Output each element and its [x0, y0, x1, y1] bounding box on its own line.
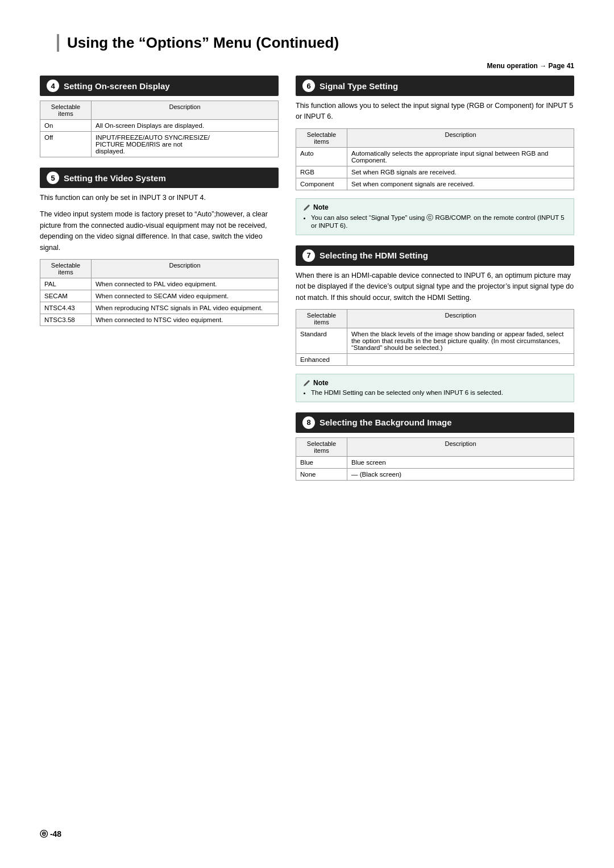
section-8-table: Selectable items Description Blue Blue s…: [296, 437, 574, 481]
section-6-header: 6 Signal Type Setting: [296, 76, 574, 96]
section-6-row1-item: Auto: [296, 147, 347, 166]
section-7-note-item: The HDMI Setting can be selected only wh…: [311, 389, 567, 396]
section-8-row1-item: Blue: [296, 456, 347, 468]
table-row: PAL When connected to PAL video equipmen…: [40, 278, 279, 290]
section-4-title: Setting On-screen Display: [64, 81, 170, 91]
section-7-row2-item: Enhanced: [296, 353, 347, 365]
table-row: None — (Black screen): [296, 468, 574, 480]
section-8-col2: Description: [347, 437, 574, 456]
section-7-col1: Selectable items: [296, 309, 347, 328]
section-6-row3-item: Component: [296, 178, 347, 190]
section-7-num: 7: [302, 249, 315, 262]
section-5: 5 Setting the Video System This function…: [40, 168, 279, 326]
section-8-num: 8: [302, 416, 315, 429]
section-5-title: Setting the Video System: [64, 173, 166, 183]
section-4-row1-item: On: [40, 120, 92, 132]
table-row: NTSC3.58 When connected to NTSC video eq…: [40, 314, 279, 326]
section-5-col2: Description: [92, 259, 279, 278]
table-row: Off INPUT/FREEZE/AUTO SYNC/RESIZE/PICTUR…: [40, 132, 279, 157]
section-8-header: 8 Selecting the Background Image: [296, 412, 574, 433]
section-7: 7 Selecting the HDMI Setting When there …: [296, 245, 574, 402]
section-8-title: Selecting the Background Image: [320, 418, 452, 427]
page-title: Using the “Options” Menu (Continued): [57, 34, 574, 52]
section-5-col1: Selectable items: [40, 259, 92, 278]
two-column-layout: 4 Setting On-screen Display Selectable i…: [40, 76, 574, 491]
table-row: NTSC4.43 When reproducing NTSC signals i…: [40, 302, 279, 314]
section-6: 6 Signal Type Setting This function allo…: [296, 76, 574, 235]
section-5-row2-item: SECAM: [40, 290, 92, 302]
section-6-title: Signal Type Setting: [320, 81, 398, 91]
section-5-row4-desc: When connected to NTSC video equipment.: [92, 314, 279, 326]
section-5-body2: The video input system mode is factory p…: [40, 209, 279, 253]
section-4-row2-item: Off: [40, 132, 92, 157]
section-4-header: 4 Setting On-screen Display: [40, 76, 279, 96]
section-7-row2-desc: [347, 353, 574, 365]
section-4-col1: Selectable items: [40, 101, 92, 120]
page-footer: ⓔ -48: [40, 829, 61, 840]
section-5-body1: This function can only be set in INPUT 3…: [40, 193, 279, 203]
section-4-num: 4: [47, 80, 59, 92]
section-7-col2: Description: [347, 309, 574, 328]
table-row: Standard When the black levels of the im…: [296, 328, 574, 353]
section-7-body: When there is an HDMI-capable device con…: [296, 270, 574, 303]
section-6-row2-desc: Set when RGB signals are received.: [347, 166, 574, 178]
pencil-icon: [303, 203, 311, 211]
table-row: RGB Set when RGB signals are received.: [296, 166, 574, 178]
section-6-row3-desc: Set when component signals are received.: [347, 178, 574, 190]
section-6-row2-item: RGB: [296, 166, 347, 178]
table-row: Blue Blue screen: [296, 456, 574, 468]
section-7-table: Selectable items Description Standard Wh…: [296, 309, 574, 366]
section-5-row1-desc: When connected to PAL video equipment.: [92, 278, 279, 290]
section-6-col2: Description: [347, 128, 574, 147]
section-5-row3-desc: When reproducing NTSC signals in PAL vid…: [92, 302, 279, 314]
section-4: 4 Setting On-screen Display Selectable i…: [40, 76, 279, 157]
section-7-row1-item: Standard: [296, 328, 347, 353]
section-6-num: 6: [302, 80, 315, 92]
right-column: 6 Signal Type Setting This function allo…: [296, 76, 574, 491]
section-7-note-list: The HDMI Setting can be selected only wh…: [303, 389, 567, 396]
page: Using the “Options” Menu (Continued) Men…: [0, 0, 614, 868]
section-7-title: Selecting the HDMI Setting: [320, 251, 428, 260]
section-5-row1-item: PAL: [40, 278, 92, 290]
section-4-table: Selectable items Description On All On-s…: [40, 101, 279, 157]
section-5-num: 5: [47, 172, 59, 184]
section-6-col1: Selectable items: [296, 128, 347, 147]
section-4-col2: Description: [92, 101, 279, 120]
section-4-row1-desc: All On-screen Displays are displayed.: [92, 120, 279, 132]
section-5-row4-item: NTSC3.58: [40, 314, 92, 326]
section-8-row2-item: None: [296, 468, 347, 480]
section-7-note: Note The HDMI Setting can be selected on…: [296, 374, 574, 402]
section-5-table: Selectable items Description PAL When co…: [40, 259, 279, 326]
menu-operation-ref: Menu operation → Page 41: [40, 62, 574, 70]
table-row: Enhanced: [296, 353, 574, 365]
section-6-note-title: Note: [303, 203, 567, 211]
left-column: 4 Setting On-screen Display Selectable i…: [40, 76, 279, 491]
section-6-note: Note You can also select “Signal Type” u…: [296, 198, 574, 235]
section-6-body: This function allows you to select the i…: [296, 101, 574, 123]
section-6-row1-desc: Automatically selects the appropriate in…: [347, 147, 574, 166]
section-5-row2-desc: When connected to SECAM video equipment.: [92, 290, 279, 302]
section-7-header: 7 Selecting the HDMI Setting: [296, 245, 574, 266]
table-row: On All On-screen Displays are displayed.: [40, 120, 279, 132]
section-6-note-list: You can also select “Signal Type” using …: [303, 214, 567, 229]
table-row: Auto Automatically selects the appropria…: [296, 147, 574, 166]
section-7-note-title: Note: [303, 379, 567, 387]
pencil-icon: [303, 379, 311, 387]
table-row: SECAM When connected to SECAM video equi…: [40, 290, 279, 302]
section-5-row3-item: NTSC4.43: [40, 302, 92, 314]
table-row: Component Set when component signals are…: [296, 178, 574, 190]
section-6-note-item: You can also select “Signal Type” using …: [311, 214, 567, 229]
section-8-col1: Selectable items: [296, 437, 347, 456]
section-8-row2-desc: — (Black screen): [347, 468, 574, 480]
section-8-row1-desc: Blue screen: [347, 456, 574, 468]
section-7-row1-desc: When the black levels of the image show …: [347, 328, 574, 353]
section-6-table: Selectable items Description Auto Automa…: [296, 128, 574, 190]
section-8: 8 Selecting the Background Image Selecta…: [296, 412, 574, 481]
section-4-row2-desc: INPUT/FREEZE/AUTO SYNC/RESIZE/PICTURE MO…: [92, 132, 279, 157]
section-5-header: 5 Setting the Video System: [40, 168, 279, 188]
